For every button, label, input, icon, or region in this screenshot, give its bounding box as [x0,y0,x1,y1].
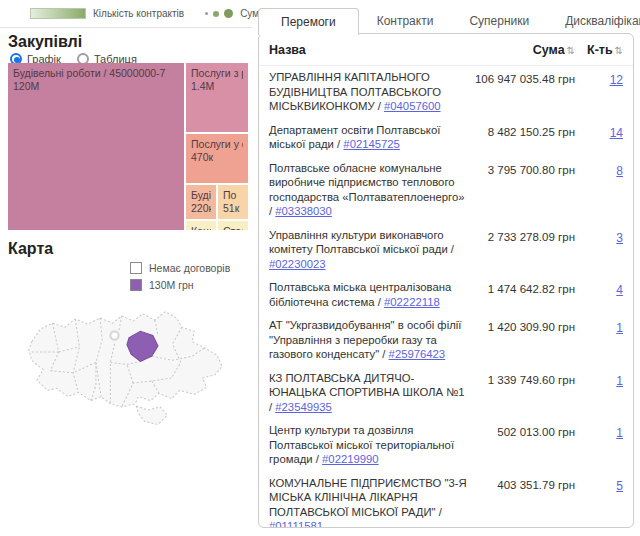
entity-id-link[interactable]: #01111581 [269,520,323,528]
sum-value: 502 013.00 грн [474,423,575,467]
table-header: Назва Сума⇅ К-ть⇅ [259,34,633,66]
table-row: КЗ ПОЛТАВСЬКА ДИТЯЧО-ЮНАЦЬКА СПОРТИВНА Ш… [259,367,633,420]
sum-value: 1 339 749.60 грн [474,371,575,415]
count-link[interactable]: 4 [616,283,623,297]
table-row: Центр культури та дозвілля Полтавської м… [259,419,633,472]
table-row: УПРАВЛІННЯ КАПІТАЛЬНОГО БУДІВНИЦТВА ПОЛТ… [259,66,633,119]
count-legend-label: Кількість контрактів [93,8,184,19]
count-link[interactable]: 3 [616,231,623,245]
treemap-cell-value: 470к [191,151,243,164]
count-link[interactable]: 1 [616,374,623,388]
header-sum-sort[interactable]: Сума⇅ [474,43,575,57]
sum-value: 1 420 309.90 грн [474,318,575,362]
sum-dot-icon [213,11,219,17]
treemap-cell[interactable]: По51к [218,185,248,219]
map-legend-label: Немає договорів [149,262,230,274]
entity-id-link[interactable]: #03338030 [275,205,332,217]
treemap-cell-value: 120М [13,80,179,93]
crimea-outline [136,406,167,425]
tab-item[interactable]: Суперники [451,8,547,34]
entity-id-link[interactable]: #02230023 [269,258,326,270]
treemap-cell[interactable]: Послуги з р1.4М [186,63,248,132]
winners-panel: Назва Сума⇅ К-ть⇅ УПРАВЛІННЯ КАПІТАЛЬНОГ… [258,33,634,528]
count-link[interactable]: 1 [616,426,623,440]
sum-value: 8 482 150.25 грн [474,123,575,152]
sum-dots-icon [205,9,233,18]
count-link[interactable]: 14 [610,126,623,140]
treemap-cell-label: Конс [191,225,211,230]
ukraine-outline [29,312,222,407]
sort-icon: ⇅ [615,45,623,56]
treemap-cell-label: Послуги з р [191,67,243,80]
sum-dot-icon [224,9,233,18]
table-row: Полтавська міська централізована бібліот… [259,276,633,314]
sort-icon: ⇅ [567,45,575,56]
header-name: Назва [269,43,474,57]
treemap-cell-label: Послуги у с [191,138,243,151]
sum-value: 1 474 642.82 грн [474,280,575,309]
entity-id-link[interactable]: #04057600 [384,100,441,112]
table-row: КОМУНАЛЬНЕ ПІДПРИЄМСТВО "3-Я МІСЬКА КЛІН… [259,472,633,529]
entity-id-link[interactable]: #23549935 [275,401,332,413]
table-row: АТ "Укргазвидобування" в особі філії "Уп… [259,314,633,367]
treemap-cell[interactable]: Конс [186,221,216,230]
sum-value: 403 351.79 грн [474,476,575,529]
table-row: Полтавське обласне комунальне виробниче … [259,157,633,224]
treemap-cell-value: 51к [223,202,243,215]
sum-value: 106 947 035.48 грн [474,70,575,114]
treemap-cell[interactable]: Стол [218,221,248,230]
count-link[interactable]: 8 [616,164,623,178]
sum-dot-icon [205,12,208,15]
ukraine-map [18,290,238,440]
tab-bar: ПеремогиКонтрактиСуперникиДискваліфікаці… [258,8,640,34]
table-row: Департамент освіти Полтавської міської р… [259,119,633,157]
entity-id-link[interactable]: #02145725 [343,138,400,150]
treemap-cell[interactable]: Послуги у с470к [186,134,248,183]
header-count-sort[interactable]: К-ть⇅ [575,43,623,57]
tab-active[interactable]: Перемоги [258,8,359,35]
entity-id-link[interactable]: #02219990 [322,453,379,465]
treemap-cell-label: Стол [223,225,243,230]
entity-id-link[interactable]: #25976423 [389,348,446,360]
count-link[interactable]: 1 [616,321,623,335]
count-link[interactable]: 12 [610,73,623,87]
kyiv-city-marker [110,331,118,339]
entity-name: КЗ ПОЛТАВСЬКА ДИТЯЧО-ЮНАЦЬКА СПОРТИВНА Ш… [269,372,465,399]
count-gradient-icon [30,8,86,19]
sum-value: 3 795 700.80 грн [474,161,575,219]
treemap-cell-label: Будівельні роботи / 45000000-7 [13,67,179,80]
tab-item[interactable]: Дискваліфікації [547,8,640,34]
treemap-cell[interactable]: Будівел220к [186,185,216,219]
map-legend-item: Немає договорів [130,262,230,274]
treemap-cell-label: Будівел [191,189,211,202]
treemap-cell-value: 220к [191,202,211,215]
map-legend-swatch-icon [130,262,142,274]
treemap-cell[interactable]: Будівельні роботи / 45000000-7120М [8,63,184,230]
procurement-title: Закупівлі [8,33,82,51]
map-title: Карта [8,240,53,258]
entity-name: Управління культури виконавчого комітету… [269,229,448,256]
divider [0,27,252,28]
entity-id-link[interactable]: #02222118 [384,296,440,308]
procurement-treemap: Будівельні роботи / 45000000-7120МПослуг… [8,63,248,230]
treemap-cell-value: 1.4М [191,80,243,93]
procurement-dashboard: Кількість контрактів Сума контрактів Зак… [0,0,640,536]
treemap-cell-label: По [223,189,243,202]
entity-name: Полтавське обласне комунальне виробниче … [269,162,464,203]
tab-item[interactable]: Контракти [359,8,452,34]
count-link[interactable]: 5 [616,479,623,493]
table-row: Управління культури виконавчого комітету… [259,224,633,277]
sum-value: 2 733 278.09 грн [474,228,575,272]
